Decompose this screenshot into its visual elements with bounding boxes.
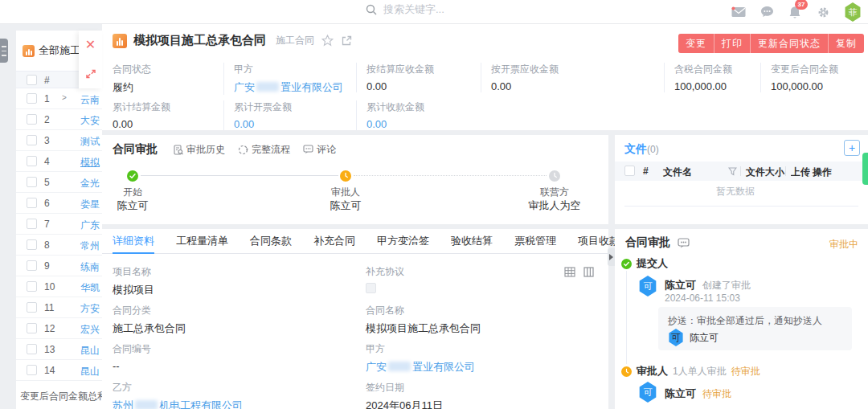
table-row[interactable]: 10华凯: [16, 276, 102, 297]
columns-view-icon[interactable]: [583, 267, 594, 277]
redacted-text: [388, 362, 411, 371]
field-supplement-flag: 补充协议: [366, 265, 404, 297]
project-link[interactable]: 模拟项目: [113, 283, 154, 297]
contract-link[interactable]: 云南: [80, 93, 100, 107]
row-checkbox[interactable]: [27, 260, 37, 271]
comment-icon: [303, 145, 313, 154]
tab-tax[interactable]: 票税管理: [514, 229, 556, 254]
row-checkbox[interactable]: [27, 93, 37, 104]
add-file-button[interactable]: +: [844, 140, 860, 156]
full-flow-button[interactable]: 完整流程: [238, 143, 290, 157]
field-contract-code: 合同编号 --: [113, 342, 151, 372]
expand-icon[interactable]: [79, 59, 102, 88]
party-a-link[interactable]: 广安置业有限公司: [366, 361, 475, 373]
tab-detail-info[interactable]: 详细资料: [113, 229, 154, 254]
table-row[interactable]: 2大安: [16, 109, 102, 130]
tab-supplement[interactable]: 补充合同: [313, 229, 355, 254]
favorite-star-icon[interactable]: [321, 35, 334, 47]
contract-link[interactable]: 常州: [80, 239, 100, 253]
mail-icon[interactable]: [731, 5, 746, 19]
cc-note-box: 抄送：审批全部通过后，通知抄送人 可 陈立可: [658, 307, 852, 350]
grid-view-icon[interactable]: [564, 267, 575, 277]
detail-window-controls: ✕: [79, 31, 102, 88]
row-checkbox[interactable]: [27, 198, 37, 208]
notifications-bell-icon[interactable]: 37: [788, 5, 802, 19]
detail-tabs-card: 详细资料 工程量清单 合同条款 补充合同 甲方变洽签 验收结算 票税管理 项目收…: [102, 229, 608, 409]
contract-link[interactable]: 大安: [80, 114, 100, 128]
contract-type-tag: 施工合同: [276, 34, 314, 47]
submitter-avatar: 可: [638, 276, 657, 297]
row-checkbox[interactable]: [27, 365, 37, 375]
row-checkbox[interactable]: [27, 239, 37, 250]
table-row[interactable]: 3测试: [16, 130, 102, 151]
step-connector: [141, 175, 338, 176]
open-external-icon[interactable]: [340, 35, 353, 47]
table-row[interactable]: 8常州: [16, 235, 102, 256]
panel-collapse-handle[interactable]: [608, 248, 615, 266]
table-row[interactable]: 11方安: [16, 297, 102, 318]
contract-link[interactable]: 昆山: [80, 365, 100, 378]
table-row[interactable]: 7广东: [16, 214, 102, 235]
table-row[interactable]: 9练南: [16, 256, 102, 276]
field-total-settled: 累计结算金额 0.00: [113, 100, 233, 130]
edge-widget-tab[interactable]: [862, 153, 868, 185]
total-received-link[interactable]: 0.00: [366, 118, 477, 130]
approval-title: 合同审批: [625, 235, 670, 250]
expand-arrow-icon[interactable]: >: [62, 93, 67, 102]
table-row[interactable]: 1>云南: [16, 88, 102, 109]
close-icon[interactable]: ✕: [79, 31, 102, 59]
files-select-all-checkbox[interactable]: [624, 166, 635, 176]
contract-link[interactable]: 宏兴: [80, 323, 100, 337]
comment-button[interactable]: 评论: [303, 143, 336, 157]
row-checkbox[interactable]: [27, 323, 37, 333]
contract-link[interactable]: 方安: [80, 302, 100, 316]
total-invoiced-link[interactable]: 0.00: [234, 118, 344, 130]
tab-terms[interactable]: 合同条款: [250, 229, 292, 254]
field-sign-date: 签约日期 2024年06月11日: [366, 381, 443, 409]
table-row[interactable]: 12宏兴: [16, 318, 102, 339]
tab-acceptance[interactable]: 验收结算: [451, 229, 493, 254]
files-panel: 文件(0) + # 文件名 文件大小 上传人 操作 暂无数据: [615, 135, 868, 224]
table-row[interactable]: 4模拟: [16, 151, 102, 172]
global-search[interactable]: [366, 3, 504, 15]
sidebar-collapse-handle[interactable]: [0, 39, 8, 63]
print-button[interactable]: 打印: [714, 34, 750, 53]
contract-link[interactable]: 华凯: [80, 281, 100, 295]
row-checkbox[interactable]: [27, 135, 37, 145]
chat-icon[interactable]: [760, 5, 774, 19]
settings-gear-icon[interactable]: [816, 5, 830, 19]
select-all-checkbox[interactable]: [27, 75, 37, 85]
filter-funnel-icon[interactable]: [728, 167, 737, 176]
row-checkbox[interactable]: [27, 302, 37, 313]
comment-icon[interactable]: [678, 238, 690, 248]
table-row[interactable]: 14昆山: [16, 360, 102, 381]
table-row[interactable]: 13昆山: [16, 339, 102, 360]
copy-button[interactable]: 复制: [828, 34, 864, 53]
contract-link-active[interactable]: 模拟: [80, 156, 100, 170]
row-checkbox[interactable]: [27, 219, 37, 229]
tab-party-a-change[interactable]: 甲方变洽签: [377, 229, 429, 254]
row-checkbox[interactable]: [27, 344, 37, 354]
contract-link[interactable]: 昆山: [80, 344, 100, 358]
files-count: (0): [647, 144, 659, 155]
pending-clock-icon: [621, 366, 632, 377]
update-status-button[interactable]: 更新合同状态: [750, 34, 828, 53]
row-checkbox[interactable]: [27, 177, 37, 187]
approval-history-button[interactable]: 审批历史: [174, 143, 225, 157]
contract-link[interactable]: 测试: [80, 135, 100, 149]
row-checkbox[interactable]: [27, 281, 37, 292]
redacted-text: [256, 82, 279, 92]
search-input[interactable]: [383, 3, 504, 15]
files-title: 文件: [624, 142, 647, 155]
party-a-link[interactable]: 广安置业有限公司: [234, 81, 343, 93]
change-button[interactable]: 变更: [678, 34, 714, 53]
contract-link[interactable]: 练南: [80, 260, 100, 274]
row-checkbox[interactable]: [27, 156, 37, 166]
contract-link[interactable]: 广东: [80, 219, 100, 232]
row-checkbox[interactable]: [27, 114, 37, 125]
field-total-received: 累计收款金额 0.00: [356, 100, 477, 130]
tab-boq[interactable]: 工程量清单: [176, 229, 228, 254]
user-avatar[interactable]: 菲: [844, 2, 862, 22]
party-b-link[interactable]: 苏州机电工程有限公司: [113, 399, 243, 409]
supplement-checkbox[interactable]: [366, 283, 376, 293]
